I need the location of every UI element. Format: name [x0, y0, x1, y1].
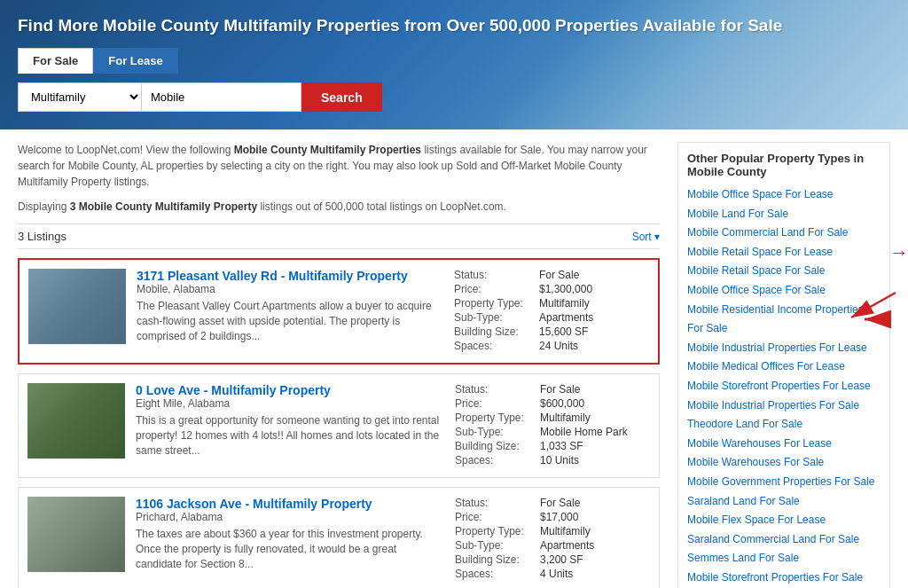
subtype-value: Apartments: [539, 311, 593, 324]
sidebar-link-item[interactable]: Mobile Retail Space For Sale: [687, 262, 881, 281]
sidebar-link-wrapper: Saraland Land For Sale: [687, 492, 881, 512]
thumbnail-image: [28, 269, 126, 344]
sidebar-link-wrapper: Mobile Flex Space For Lease: [687, 511, 881, 530]
sidebar-link-item[interactable]: Mobile Retail Space For Lease: [687, 243, 881, 263]
subtype-value: Apartments: [540, 539, 594, 552]
sidebar-link-wrapper: Saraland Commercial Land For Sale: [687, 530, 881, 550]
sidebar-link-item[interactable]: Semmes Land For Sale: [687, 549, 881, 568]
sidebar-link-wrapper: Mobile Land For Sale: [687, 205, 881, 224]
listing-card: 0 Love Ave - Multifamily Property Eight …: [18, 373, 660, 478]
sidebar-link-item[interactable]: Mobile Land For Sale: [687, 205, 881, 224]
search-button[interactable]: Search: [301, 82, 382, 112]
detail-price: Price: $600,000: [455, 397, 650, 410]
sidebar-link-item[interactable]: Saraland Land For Sale: [687, 492, 881, 512]
spaces-value: 4 Units: [540, 568, 573, 580]
search-row: Multifamily Search: [18, 82, 890, 112]
detail-subtype: Sub-Type: Apartments: [455, 539, 650, 552]
sidebar-link-item[interactable]: Mobile Storefront Properties For Lease: [687, 377, 881, 396]
sidebar-link-wrapper: Semmes Land For Sale: [687, 549, 881, 568]
price-value: $600,000: [540, 397, 584, 410]
subtype-label: Sub-Type:: [455, 426, 535, 438]
sidebar-link-item[interactable]: Theodore Land For Sale: [687, 415, 881, 435]
price-value: $1,300,000: [539, 283, 592, 295]
status-value: For Sale: [539, 269, 579, 281]
type-value: Multifamily: [540, 525, 591, 537]
sidebar-box: Other Popular Property Types in Mobile C…: [677, 142, 890, 588]
sidebar-link-item[interactable]: Mobile Office Space For Lease: [687, 185, 881, 205]
detail-size: Building Size: 3,200 SF: [455, 553, 650, 566]
size-value: 1,033 SF: [540, 440, 583, 452]
sidebar-link-wrapper: Mobile Retail Space For Sale: [687, 262, 881, 281]
sidebar-link-wrapper: Mobile Industrial Properties For Sale: [687, 396, 881, 416]
sidebar-link-item[interactable]: Mobile Warehouses For Sale: [687, 453, 881, 473]
listing-thumbnail: [27, 497, 125, 572]
detail-type: Property Type: Multifamily: [455, 412, 650, 424]
sidebar-link-item[interactable]: Saraland Commercial Land For Sale: [687, 530, 881, 550]
sidebar-link-wrapper: Mobile Office Space For Lease: [687, 185, 881, 205]
subtype-label: Sub-Type:: [455, 539, 535, 552]
sidebar-links: Mobile Office Space For LeaseMobile Land…: [687, 185, 881, 588]
status-value: For Sale: [540, 497, 580, 509]
listings-count: 3 Listings: [18, 230, 67, 243]
listing-title[interactable]: 3171 Pleasant Valley Rd - Multifamily Pr…: [137, 269, 443, 283]
sidebar-link-wrapper: Mobile Warehouses For Sale: [687, 453, 881, 473]
listing-info: 0 Love Ave - Multifamily Property Eight …: [136, 383, 444, 468]
listing-location: Mobile, Alabama: [137, 283, 443, 295]
type-label: Property Type:: [454, 297, 534, 310]
detail-status: Status: For Sale: [455, 497, 650, 509]
tab-for-lease[interactable]: For Lease: [93, 48, 177, 74]
sidebar-link-item[interactable]: Mobile Government Properties For Sale: [687, 473, 881, 492]
tab-for-sale[interactable]: For Sale: [18, 48, 93, 74]
detail-spaces: Spaces: 24 Units: [454, 340, 649, 352]
detail-spaces: Spaces: 10 Units: [455, 454, 650, 466]
sidebar-link-item[interactable]: Mobile Industrial Properties For Sale: [687, 396, 881, 416]
sidebar-link-item[interactable]: Mobile Commercial Land For Sale: [687, 223, 881, 243]
content-left: Welcome to LoopNet.com! View the followi…: [18, 142, 660, 588]
sidebar-link-item[interactable]: Mobile Residential Income Properties For…: [687, 301, 881, 339]
sidebar-link-wrapper: Mobile Government Properties For Sale: [687, 473, 881, 492]
listing-description: The taxes are about $360 a year for this…: [136, 527, 444, 571]
search-input[interactable]: [142, 82, 301, 112]
sidebar-link-item[interactable]: Mobile Medical Offices For Lease: [687, 357, 881, 377]
status-label: Status:: [454, 269, 534, 281]
listing-title[interactable]: 1106 Jackson Ave - Multifamily Property: [136, 497, 444, 511]
thumbnail-image: [27, 383, 125, 459]
status-value: For Sale: [540, 383, 580, 396]
listing-description: This is a great opportunity for someone …: [136, 413, 444, 458]
status-label: Status:: [455, 497, 535, 509]
listing-location: Prichard, Alabama: [136, 511, 444, 523]
red-arrow-icon: →: [889, 241, 908, 264]
listing-card: 3171 Pleasant Valley Rd - Multifamily Pr…: [18, 258, 660, 365]
detail-type: Property Type: Multifamily: [454, 297, 649, 310]
detail-price: Price: $17,000: [455, 511, 650, 523]
listing-description: The Pleasant Valley Court Apartments all…: [137, 299, 443, 343]
listing-details: Status: For Sale Price: $17,000 Property…: [455, 497, 650, 582]
detail-subtype: Sub-Type: Mobile Home Park: [455, 426, 650, 438]
sidebar-link-item[interactable]: Mobile Industrial Properties For Lease: [687, 339, 881, 358]
listing-title[interactable]: 0 Love Ave - Multifamily Property: [136, 383, 444, 397]
header-title: Find More Mobile County Multifamily Prop…: [18, 16, 890, 35]
price-value: $17,000: [540, 511, 578, 523]
sidebar-link-item[interactable]: Mobile Office Space For Sale: [687, 281, 881, 301]
price-label: Price:: [455, 397, 535, 410]
sidebar-link-wrapper: Mobile Industrial Properties For Lease: [687, 339, 881, 358]
thumbnail-image: [27, 497, 125, 572]
listing-location: Eight Mile, Alabama: [136, 397, 444, 410]
sidebar-link-item[interactable]: Mobile Warehouses For Lease: [687, 435, 881, 454]
listings-header: 3 Listings Sort ▾: [18, 223, 660, 249]
sidebar-link-item[interactable]: Mobile Storefront Properties For Sale: [687, 568, 881, 588]
price-label: Price:: [455, 511, 535, 523]
listing-thumbnail: [28, 269, 126, 344]
category-select[interactable]: Multifamily: [18, 82, 142, 112]
listing-info: 3171 Pleasant Valley Rd - Multifamily Pr…: [137, 269, 443, 354]
detail-type: Property Type: Multifamily: [455, 525, 650, 537]
size-value: 15,600 SF: [539, 325, 588, 338]
spaces-value: 24 Units: [539, 340, 578, 352]
sort-button[interactable]: Sort ▾: [632, 231, 660, 243]
detail-price: Price: $1,300,000: [454, 283, 649, 295]
spaces-label: Spaces:: [455, 454, 535, 466]
sidebar-link-item[interactable]: Mobile Flex Space For Lease: [687, 511, 881, 530]
listing-details: Status: For Sale Price: $600,000 Propert…: [455, 383, 650, 468]
type-value: Multifamily: [540, 412, 591, 424]
sidebar-link-wrapper: Mobile Medical Offices For Lease: [687, 357, 881, 377]
